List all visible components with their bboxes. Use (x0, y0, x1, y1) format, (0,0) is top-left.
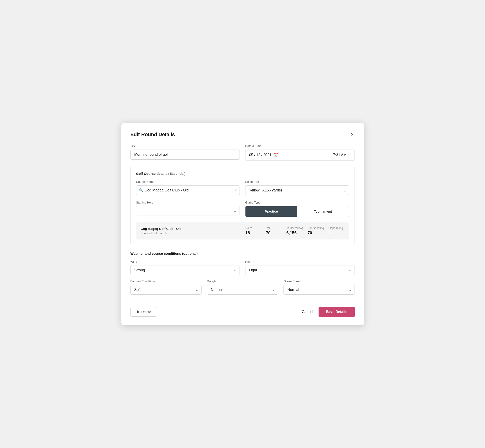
course-rating-stat: Course rating 70 (303, 226, 324, 235)
datetime-group: Date & Time 05 / 12 / 2021 📅 7:31 AM (245, 144, 355, 160)
rough-group: Rough Normal ⌄ (207, 280, 278, 295)
select-tee-dropdown[interactable]: Yellow (6,156 yards) (245, 185, 349, 195)
game-type-group: Game Type Practice Tournament (245, 201, 349, 217)
slope-rating-stat: Slope rating - (324, 226, 345, 235)
title-input[interactable] (130, 150, 240, 160)
rough-select-wrap: Normal ⌄ (207, 285, 278, 295)
green-speed-dropdown[interactable]: Normal (283, 285, 355, 295)
rain-dropdown[interactable]: Light (245, 265, 355, 275)
green-speed-select-wrap: Normal ⌄ (283, 285, 355, 295)
conditions-row: Fairway Conditions Soft ⌄ Rough Normal ⌄ (130, 280, 355, 295)
footer-actions: Cancel Save Details (302, 307, 355, 317)
footer-row: 🗑 Delete Cancel Save Details (130, 307, 355, 317)
slope-rating-label: Slope rating (329, 226, 343, 230)
modal-title: Edit Round Details (130, 132, 175, 137)
golf-course-section: Golf Course details (Essential) Course N… (130, 166, 355, 245)
fairway-select-wrap: Soft ⌄ (130, 285, 202, 295)
practice-button[interactable]: Practice (245, 206, 297, 217)
par-stat: Par 70 (261, 226, 282, 235)
hole-gametype-row: Starting Hole 1 ⌄ Game Type Practice Tou… (136, 201, 349, 217)
time-field[interactable]: 7:31 AM (325, 150, 355, 160)
edit-round-modal: Edit Round Details × Title Date & Time 0… (121, 123, 364, 325)
weather-section: Weather and course conditions (optional)… (130, 252, 355, 295)
time-value: 7:31 AM (333, 153, 347, 157)
par-label: Par (266, 226, 270, 230)
calendar-icon: 📅 (274, 152, 279, 158)
starting-hole-group: Starting Hole 1 ⌄ (136, 201, 240, 216)
course-info-name: Gog Magog Golf Club - Old, Shelford Bott… (141, 227, 241, 235)
course-name-display: Gog Magog Golf Club - Old, (141, 227, 241, 231)
yards-stat: Yards(Yellow) 6,156 (282, 226, 303, 235)
tournament-button[interactable]: Tournament (297, 206, 349, 217)
date-field[interactable]: 05 / 12 / 2021 📅 (245, 150, 325, 160)
date-value: 05 / 12 / 2021 (249, 153, 271, 157)
rough-dropdown[interactable]: Normal (207, 285, 278, 295)
wind-group: Wind Strong ⌄ (130, 260, 240, 275)
course-name-search-wrap: 🔍 ✕ (136, 185, 240, 195)
game-type-toggle: Practice Tournament (245, 206, 349, 217)
delete-label: Delete (141, 310, 151, 314)
delete-button[interactable]: 🗑 Delete (130, 307, 157, 317)
starting-hole-wrap: 1 ⌄ (136, 206, 240, 216)
course-name-group: Course Name 🔍 ✕ (136, 180, 240, 195)
title-datetime-row: Title Date & Time 05 / 12 / 2021 📅 7:31 … (130, 144, 355, 160)
close-button[interactable]: × (350, 131, 355, 138)
datetime-label: Date & Time (245, 144, 355, 148)
select-tee-wrap: Yellow (6,156 yards) ⌄ (245, 185, 349, 195)
starting-hole-label: Starting Hole (136, 201, 240, 204)
date-time-field: 05 / 12 / 2021 📅 7:31 AM (245, 150, 355, 160)
golf-section-title: Golf Course details (Essential) (136, 172, 349, 176)
green-speed-label: Green Speed (283, 280, 355, 283)
rain-group: Rain Light ⌄ (245, 260, 355, 275)
yards-label: Yards(Yellow) (286, 226, 303, 230)
fairway-group: Fairway Conditions Soft ⌄ (130, 280, 202, 295)
save-button[interactable]: Save Details (319, 307, 355, 317)
slope-rating-value: - (329, 231, 330, 235)
wind-dropdown[interactable]: Strong (130, 265, 240, 275)
cancel-button[interactable]: Cancel (302, 310, 313, 314)
modal-header: Edit Round Details × (130, 131, 355, 138)
game-type-label: Game Type (245, 201, 349, 204)
starting-hole-dropdown[interactable]: 1 (136, 206, 240, 216)
footer-divider (130, 300, 355, 300)
course-name-input[interactable] (136, 185, 240, 195)
course-rating-label: Course rating (307, 226, 324, 230)
course-info-box: Gog Magog Golf Club - Old, Shelford Bott… (136, 222, 349, 240)
search-icon: 🔍 (139, 188, 143, 192)
holes-label: Holes (245, 226, 252, 230)
green-speed-group: Green Speed Normal ⌄ (283, 280, 355, 295)
holes-value: 18 (245, 231, 250, 235)
wind-rain-row: Wind Strong ⌄ Rain Light ⌄ (130, 260, 355, 275)
yards-value: 6,156 (286, 231, 297, 235)
title-label: Title (130, 144, 240, 148)
trash-icon: 🗑 (136, 310, 140, 314)
rain-select-wrap: Light ⌄ (245, 265, 355, 275)
clear-icon[interactable]: ✕ (234, 188, 237, 192)
course-name-label: Course Name (136, 180, 240, 184)
course-rating-value: 70 (307, 231, 312, 235)
rain-label: Rain (245, 260, 355, 263)
select-tee-group: Select Tee Yellow (6,156 yards) ⌄ (245, 180, 349, 195)
fairway-dropdown[interactable]: Soft (130, 285, 202, 295)
wind-label: Wind (130, 260, 240, 263)
title-group: Title (130, 144, 240, 160)
weather-section-title: Weather and course conditions (optional) (130, 252, 355, 256)
course-tee-row: Course Name 🔍 ✕ Select Tee Yellow (6,156… (136, 180, 349, 195)
rough-label: Rough (207, 280, 278, 283)
par-value: 70 (266, 231, 270, 235)
fairway-label: Fairway Conditions (130, 280, 202, 283)
wind-select-wrap: Strong ⌄ (130, 265, 240, 275)
holes-stat: Holes 18 (241, 226, 261, 235)
select-tee-label: Select Tee (245, 180, 349, 184)
course-location: Shelford Bottom, UK (141, 232, 241, 235)
